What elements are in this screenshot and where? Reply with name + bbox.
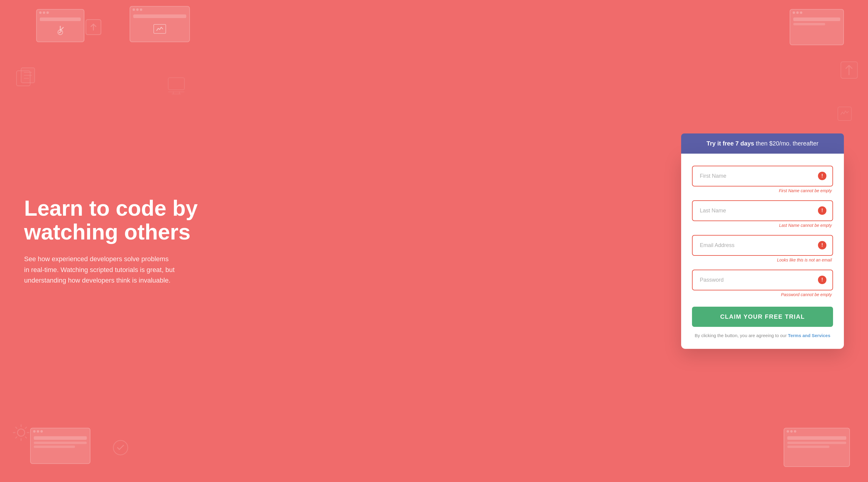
- password-wrapper: !: [692, 269, 833, 290]
- terms-link[interactable]: Terms and Services: [788, 333, 830, 338]
- trial-banner-bold: Try it free 7 days: [707, 140, 754, 147]
- password-error-icon: !: [818, 276, 827, 284]
- first-name-group: ! First Name cannot be empty: [692, 166, 833, 198]
- last-name-group: ! Last Name cannot be empty: [692, 200, 833, 232]
- email-error: Looks like this is not an email: [692, 258, 833, 262]
- first-name-input[interactable]: [692, 166, 832, 186]
- page-layout: Learn to code by watching others See how…: [0, 0, 868, 482]
- password-error: Password cannot be empty: [692, 292, 833, 297]
- first-name-wrapper: !: [692, 166, 833, 187]
- left-panel: Learn to code by watching others See how…: [24, 184, 205, 298]
- password-input[interactable]: [692, 270, 832, 290]
- claim-free-trial-button[interactable]: CLAIM YOUR FREE TRIAL: [692, 307, 833, 327]
- email-input[interactable]: [692, 235, 832, 255]
- sub-text: See how experienced developers solve pro…: [24, 254, 175, 286]
- email-wrapper: !: [692, 235, 833, 256]
- trial-banner: Try it free 7 days then $20/mo. thereaft…: [681, 133, 844, 154]
- last-name-input[interactable]: [692, 201, 832, 221]
- trial-banner-text: then $20/mo. thereafter: [754, 140, 818, 147]
- email-group: ! Looks like this is not an email: [692, 235, 833, 267]
- password-group: ! Password cannot be empty: [692, 269, 833, 302]
- last-name-wrapper: !: [692, 200, 833, 221]
- last-name-error-icon: !: [818, 206, 827, 215]
- right-panel: Try it free 7 days then $20/mo. thereaft…: [681, 133, 844, 349]
- first-name-error: First Name cannot be empty: [692, 188, 833, 193]
- email-error-icon: !: [818, 241, 827, 250]
- terms-prefix: By clicking the button, you are agreeing…: [695, 333, 788, 338]
- terms-text: By clicking the button, you are agreeing…: [692, 333, 833, 338]
- main-heading: Learn to code by watching others: [24, 196, 205, 244]
- first-name-error-icon: !: [818, 172, 827, 180]
- last-name-error: Last Name cannot be empty: [692, 223, 833, 228]
- form-card: ! First Name cannot be empty ! Last Name…: [681, 154, 844, 349]
